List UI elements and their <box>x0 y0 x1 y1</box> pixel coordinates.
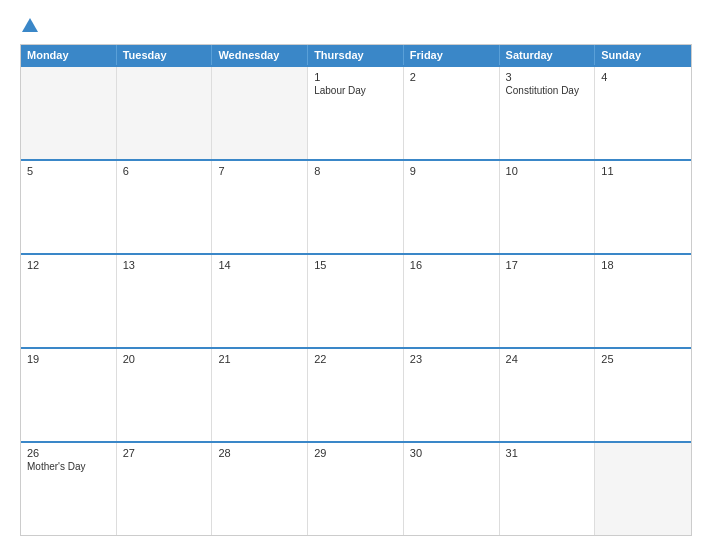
day-number: 29 <box>314 447 397 459</box>
calendar-cell: 10 <box>500 161 596 253</box>
col-monday: Monday <box>21 45 117 65</box>
calendar-week-3: 12131415161718 <box>21 253 691 347</box>
calendar-cell: 12 <box>21 255 117 347</box>
day-number: 24 <box>506 353 589 365</box>
day-number: 27 <box>123 447 206 459</box>
calendar-body: 1Labour Day23Constitution Day45678910111… <box>21 65 691 535</box>
day-number: 2 <box>410 71 493 83</box>
day-event: Constitution Day <box>506 85 589 96</box>
calendar-cell: 20 <box>117 349 213 441</box>
page-header <box>20 18 692 34</box>
day-number: 26 <box>27 447 110 459</box>
calendar-cell: 1Labour Day <box>308 67 404 159</box>
day-number: 23 <box>410 353 493 365</box>
calendar-cell: 22 <box>308 349 404 441</box>
day-number: 5 <box>27 165 110 177</box>
day-number: 25 <box>601 353 685 365</box>
col-saturday: Saturday <box>500 45 596 65</box>
calendar-cell: 15 <box>308 255 404 347</box>
calendar-week-1: 1Labour Day23Constitution Day4 <box>21 65 691 159</box>
calendar-page: Monday Tuesday Wednesday Thursday Friday… <box>0 0 712 550</box>
calendar-cell: 28 <box>212 443 308 535</box>
calendar-cell: 14 <box>212 255 308 347</box>
day-number: 19 <box>27 353 110 365</box>
calendar-week-5: 26Mother's Day2728293031 <box>21 441 691 535</box>
calendar-cell: 19 <box>21 349 117 441</box>
col-tuesday: Tuesday <box>117 45 213 65</box>
day-number: 1 <box>314 71 397 83</box>
calendar-cell: 5 <box>21 161 117 253</box>
day-number: 14 <box>218 259 301 271</box>
day-number: 4 <box>601 71 685 83</box>
calendar-cell: 27 <box>117 443 213 535</box>
calendar-cell <box>117 67 213 159</box>
calendar-cell: 24 <box>500 349 596 441</box>
calendar-cell <box>21 67 117 159</box>
day-number: 8 <box>314 165 397 177</box>
calendar-cell: 13 <box>117 255 213 347</box>
calendar-cell: 16 <box>404 255 500 347</box>
day-number: 7 <box>218 165 301 177</box>
day-number: 28 <box>218 447 301 459</box>
calendar-cell: 6 <box>117 161 213 253</box>
day-number: 31 <box>506 447 589 459</box>
calendar-cell: 29 <box>308 443 404 535</box>
col-friday: Friday <box>404 45 500 65</box>
day-number: 9 <box>410 165 493 177</box>
calendar-cell: 25 <box>595 349 691 441</box>
day-number: 10 <box>506 165 589 177</box>
calendar: Monday Tuesday Wednesday Thursday Friday… <box>20 44 692 536</box>
calendar-cell: 9 <box>404 161 500 253</box>
day-number: 3 <box>506 71 589 83</box>
calendar-cell: 3Constitution Day <box>500 67 596 159</box>
calendar-cell: 17 <box>500 255 596 347</box>
day-number: 11 <box>601 165 685 177</box>
calendar-cell: 21 <box>212 349 308 441</box>
col-wednesday: Wednesday <box>212 45 308 65</box>
calendar-week-4: 19202122232425 <box>21 347 691 441</box>
day-number: 13 <box>123 259 206 271</box>
calendar-cell: 18 <box>595 255 691 347</box>
day-number: 21 <box>218 353 301 365</box>
calendar-cell: 7 <box>212 161 308 253</box>
col-thursday: Thursday <box>308 45 404 65</box>
calendar-cell: 8 <box>308 161 404 253</box>
calendar-cell: 23 <box>404 349 500 441</box>
day-number: 22 <box>314 353 397 365</box>
day-number: 6 <box>123 165 206 177</box>
calendar-cell: 4 <box>595 67 691 159</box>
logo <box>20 18 38 34</box>
col-sunday: Sunday <box>595 45 691 65</box>
day-number: 20 <box>123 353 206 365</box>
day-number: 30 <box>410 447 493 459</box>
calendar-cell: 2 <box>404 67 500 159</box>
calendar-cell: 11 <box>595 161 691 253</box>
calendar-cell: 31 <box>500 443 596 535</box>
day-number: 17 <box>506 259 589 271</box>
calendar-header: Monday Tuesday Wednesday Thursday Friday… <box>21 45 691 65</box>
day-number: 16 <box>410 259 493 271</box>
calendar-cell <box>212 67 308 159</box>
calendar-cell: 30 <box>404 443 500 535</box>
day-event: Labour Day <box>314 85 397 96</box>
calendar-cell: 26Mother's Day <box>21 443 117 535</box>
calendar-cell <box>595 443 691 535</box>
calendar-week-2: 567891011 <box>21 159 691 253</box>
logo-triangle-icon <box>22 18 38 32</box>
day-number: 18 <box>601 259 685 271</box>
day-number: 15 <box>314 259 397 271</box>
day-event: Mother's Day <box>27 461 110 472</box>
day-number: 12 <box>27 259 110 271</box>
